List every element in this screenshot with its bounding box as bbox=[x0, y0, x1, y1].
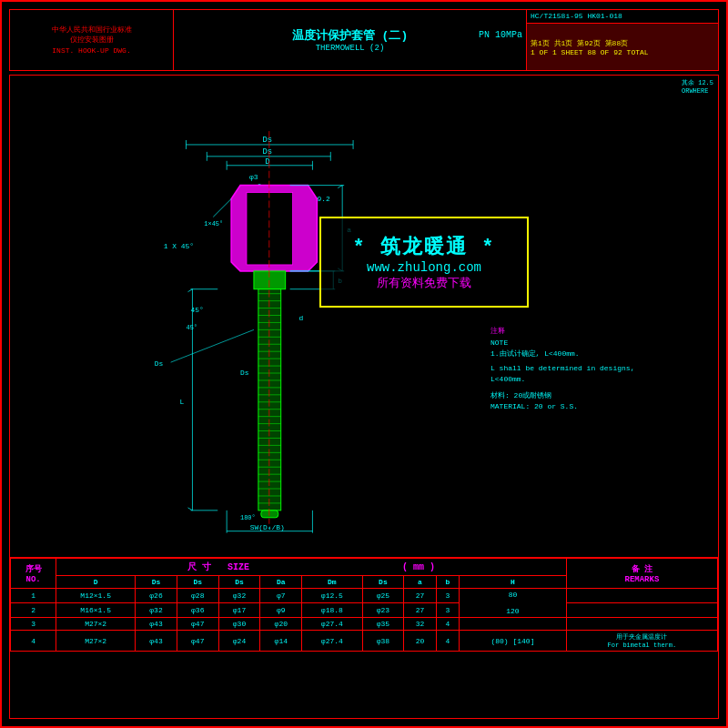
row3-a: 32 bbox=[404, 618, 437, 631]
dimensions-table: 序号 NO. 尺 寸 SIZE ( mm ) 备 注 REMARKS D bbox=[10, 558, 718, 652]
notes-area: 注释 NOTE 1.由试计确定, L<400mm. L shall be det… bbox=[490, 326, 709, 412]
row3-ds3: φ30 bbox=[218, 618, 260, 631]
col-ds1: Ds bbox=[136, 576, 177, 589]
col-a: a bbox=[404, 576, 437, 589]
col-ds3: Ds bbox=[218, 576, 260, 589]
col-size-header: 尺 寸 SIZE ( mm ) bbox=[56, 559, 567, 576]
row2-b: 3 bbox=[436, 603, 459, 618]
svg-text:Ds: Ds bbox=[262, 147, 272, 157]
watermark-line3: 所有资料免费下载 bbox=[377, 275, 471, 291]
svg-text:L: L bbox=[180, 398, 185, 406]
org-name: 中华人民共和国行业标准 bbox=[52, 25, 132, 35]
notes-title-cn: 注释 bbox=[490, 326, 709, 336]
row2-dm: φ18.8 bbox=[302, 603, 362, 618]
svg-text:d: d bbox=[299, 314, 304, 322]
svg-rect-53 bbox=[261, 511, 278, 518]
note-line-1: 1.由试计确定, L<400mm. bbox=[490, 349, 709, 359]
col-da: Da bbox=[260, 576, 302, 589]
row2-ds3: φ17 bbox=[218, 603, 260, 618]
pressure-label: PN 10MPa bbox=[479, 30, 522, 40]
row1-no: 1 bbox=[11, 589, 56, 603]
row1-ds3: φ32 bbox=[218, 589, 260, 603]
row1-da: φ7 bbox=[260, 589, 302, 603]
row4-h: (80) [140] bbox=[460, 631, 567, 652]
main-container: 中华人民共和国行业标准 仪控安装图册 INST. HOOK-UP DWG. 温度… bbox=[0, 0, 728, 728]
col-ds2: Ds bbox=[177, 576, 218, 589]
row2-d: M16×1.5 bbox=[56, 603, 136, 618]
row3-ds1: φ43 bbox=[136, 618, 177, 631]
row2-a: 27 bbox=[404, 603, 437, 618]
row4-ds2: φ47 bbox=[177, 631, 218, 652]
drawing-area: 其余 12.5 ORWHERE Ds Ds D φ3 φ3 bbox=[9, 75, 719, 558]
drawing-title: 温度计保护套管 (二) bbox=[292, 27, 408, 44]
row1-ds2: φ28 bbox=[177, 589, 218, 603]
row2-remarks bbox=[566, 603, 717, 618]
watermark-box: * 筑龙暖通 * www.zhulong.com 所有资料免费下载 bbox=[319, 217, 529, 308]
row4-b: 4 bbox=[436, 631, 459, 652]
row2-da: φ9 bbox=[260, 603, 302, 618]
row1-ds4: φ25 bbox=[362, 589, 404, 603]
row3-ds4: φ35 bbox=[362, 618, 404, 631]
svg-text:1 X 45°: 1 X 45° bbox=[164, 242, 194, 250]
note-line-2: L shall be determined in designs, bbox=[490, 363, 709, 374]
svg-rect-0 bbox=[10, 95, 718, 537]
table-row: 1 M12×1.5 φ26 φ28 φ32 φ7 φ12.5 φ25 27 3 … bbox=[11, 589, 718, 603]
row3-ds2: φ47 bbox=[177, 618, 218, 631]
svg-rect-20 bbox=[247, 193, 293, 265]
row3-no: 3 bbox=[11, 618, 56, 631]
title-right: HC/T2158i-95 HK01-018 第1页 共1页 第92页 第88页 … bbox=[527, 10, 718, 70]
svg-text:Ds: Ds bbox=[240, 369, 249, 377]
row2-no: 2 bbox=[11, 603, 56, 618]
row4-no: 4 bbox=[11, 631, 56, 652]
col-dm: Dm bbox=[302, 576, 362, 589]
standard-label: HC/T2158i-95 HK01-018 bbox=[527, 10, 718, 24]
title-left: 中华人民共和国行业标准 仪控安装图册 INST. HOOK-UP DWG. bbox=[10, 10, 174, 70]
svg-text:SW(D₄/B): SW(D₄/B) bbox=[250, 523, 285, 531]
row3-remarks bbox=[566, 618, 717, 631]
drawing-subtitle: THERMOWELL (2) bbox=[316, 44, 385, 53]
sheet-info: 第1页 共1页 第92页 第88页 1 OF 1 SHEET 88 OF 92 … bbox=[527, 24, 718, 70]
technical-drawing: Ds Ds D φ3 φ3 9.2 1 X 45° 45° 45° bbox=[10, 76, 718, 557]
sheet-info-en: 1 OF 1 SHEET 88 OF 92 TOTAL bbox=[531, 48, 714, 56]
table-row: 2 M16×1.5 φ32 φ36 φ17 φ9 φ18.8 φ23 27 3 bbox=[11, 603, 718, 618]
col-h: H bbox=[460, 576, 567, 589]
row1-dm: φ12.5 bbox=[302, 589, 362, 603]
row1-h: 80120 bbox=[460, 589, 567, 618]
row2-ds4: φ23 bbox=[362, 603, 404, 618]
row4-da: φ14 bbox=[260, 631, 302, 652]
row3-da: φ20 bbox=[260, 618, 302, 631]
table-row: 4 M27×2 φ43 φ47 φ24 φ14 φ27.4 φ38 20 4 (… bbox=[11, 631, 718, 652]
col-ds4: Ds bbox=[362, 576, 404, 589]
row3-dm: φ27.4 bbox=[302, 618, 362, 631]
row4-dm: φ27.4 bbox=[302, 631, 362, 652]
note-line-4: 材料: 20或耐锈钢 bbox=[490, 390, 709, 401]
row3-d: M27×2 bbox=[56, 618, 136, 631]
svg-text:45°: 45° bbox=[187, 324, 198, 331]
svg-text:9.2: 9.2 bbox=[317, 195, 330, 203]
row4-d: M27×2 bbox=[56, 631, 136, 652]
sheet-info-cn: 第1页 共1页 第92页 第88页 bbox=[531, 38, 714, 48]
col-remarks-header: 备 注 REMARKS bbox=[566, 559, 717, 589]
svg-rect-21 bbox=[254, 271, 286, 289]
title-block: 中华人民共和国行业标准 仪控安装图册 INST. HOOK-UP DWG. 温度… bbox=[9, 9, 719, 71]
svg-text:φ3: φ3 bbox=[249, 173, 258, 181]
row4-ds4: φ38 bbox=[362, 631, 404, 652]
row2-ds1: φ32 bbox=[136, 603, 177, 618]
row3-h bbox=[460, 618, 567, 631]
svg-text:Ds: Ds bbox=[155, 359, 164, 368]
table-area: 序号 NO. 尺 寸 SIZE ( mm ) 备 注 REMARKS D bbox=[9, 557, 719, 719]
svg-text:Ds: Ds bbox=[262, 136, 272, 145]
row2-ds2: φ36 bbox=[177, 603, 218, 618]
row3-b: 4 bbox=[436, 618, 459, 631]
org-name2: 仪控安装图册 bbox=[70, 35, 114, 45]
note-line-5: MATERIAL: 20 or S.S. bbox=[490, 401, 709, 412]
row4-remarks: 用于夹金属温度计For bimetal therm. bbox=[566, 631, 717, 652]
row4-a: 20 bbox=[404, 631, 437, 652]
row1-ds1: φ26 bbox=[136, 589, 177, 603]
notes-content: NOTE 1.由试计确定, L<400mm. L shall be determ… bbox=[490, 338, 709, 412]
watermark-line1: * 筑龙暖通 * bbox=[353, 233, 496, 260]
org-en: INST. HOOK-UP DWG. bbox=[52, 46, 130, 56]
svg-text:1×45°: 1×45° bbox=[204, 220, 223, 228]
row1-remarks bbox=[566, 589, 717, 603]
note-line-title: NOTE bbox=[490, 338, 709, 349]
